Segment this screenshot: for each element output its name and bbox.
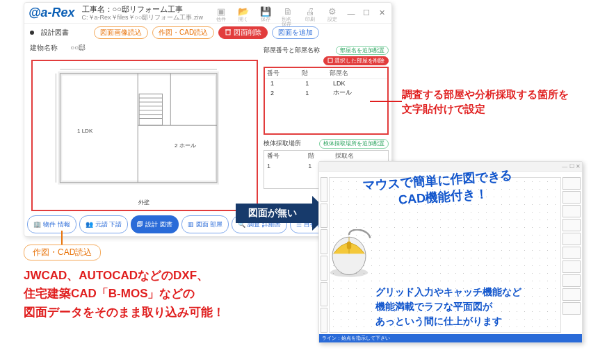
sample-section-header: 検体採取場所 検体採取場所を追加配置 [264, 139, 389, 148]
cad-read-button[interactable]: 作図・CAD読込 [152, 26, 214, 39]
room-delete-selected-button[interactable]: 選択した部屋を削除 [323, 56, 389, 65]
action-toolbar: 設計図書 図面画像読込 作図・CAD読込 図面削除 図面を追加 [24, 24, 391, 42]
open-icon: 📂 [238, 7, 249, 16]
mouse-icon [320, 229, 378, 279]
svg-rect-7 [139, 94, 162, 125]
sample-section-label: 検体採取場所 [264, 139, 301, 148]
cad-subtext: グリッド入力やキャッチ機能など 機能満載でラフな平面図が あっという間に仕上がり… [375, 285, 584, 329]
sample-th-name: 採取名 [332, 151, 388, 161]
title-block: 工事名：○○邸リフォーム工事 C:￥a-Rex￥files￥○○邸リフォーム工事… [82, 5, 208, 21]
maximize-button[interactable]: ☐ [361, 8, 372, 17]
room-label-ldk: 1 LDK [77, 128, 92, 134]
plan-icon: ▥ [188, 221, 194, 228]
doc-icon: 🗐 [137, 221, 143, 228]
building-name-label: 建物名称 [30, 43, 58, 53]
table-row[interactable]: 2 1 ホール [265, 88, 387, 98]
save-as-icon: 🗎 [284, 7, 293, 16]
import-anno-l2: 住宅建築CAD「B-MOS」などの [24, 285, 274, 303]
project-title: 工事名：○○邸リフォーム工事 [82, 5, 208, 14]
titlebar: @a-Rex 工事名：○○邸リフォーム工事 C:￥a-Rex￥files￥○○邸… [24, 3, 391, 24]
add-figure-button[interactable]: 図面を追加 [272, 26, 319, 39]
tab-property-info[interactable]: 🏢物件 情報 [27, 215, 76, 233]
room-annotation: 調査する部屋や分析採取する箇所を文字貼付けで設定 [402, 87, 576, 116]
tab-zumen-room[interactable]: ▥図面 部屋 [181, 215, 229, 233]
cad-sub-l3: あっという間に仕上がります [375, 314, 584, 329]
room-delete-header: 選択した部屋を削除 [264, 56, 389, 65]
print-icon: 🖨 [306, 7, 315, 16]
settings-button[interactable]: ⚙ 設定 [326, 7, 339, 19]
import-image-button[interactable]: 図面画像読込 [94, 26, 148, 39]
close-button[interactable]: ✕ [376, 8, 387, 17]
save-icon: 💾 [260, 7, 271, 16]
no-drawing-arrow: 図面が無い [236, 196, 330, 231]
title-icon-group: ▣ 他件 📂 開く 💾 保存 🗎 別名保存 🖨 印刷 ⚙ 設定 [215, 7, 339, 19]
svg-rect-0 [226, 30, 230, 35]
app-logo: @a-Rex [29, 6, 75, 20]
import-anno-l1: JWCAD、AUTOCADなどのDXF、 [24, 267, 274, 285]
gear-icon: ⚙ [328, 7, 337, 16]
table-row[interactable]: 1 1 LDK [265, 79, 387, 88]
cad-status-text: ライン：始点を指示して下さい [322, 335, 390, 342]
sample-add-button[interactable]: 検体採取場所を追加配置 [319, 139, 389, 148]
trash-icon [225, 28, 232, 35]
room-add-button[interactable]: 部屋名を追加配置 [336, 46, 389, 55]
section-label: 設計図書 [41, 28, 69, 38]
tab-contractor[interactable]: 👥元請 下請 [79, 215, 129, 233]
cad-sub-l1: グリッド入力やキャッチ機能など [375, 285, 584, 299]
room-section-header: 部屋番号と部屋名称 部屋名を追加配置 [264, 46, 389, 55]
project-path: C:￥a-Rex￥files￥○○邸リフォーム工事.ziw [82, 14, 208, 21]
import-anno-l3: 図面データをそのまま取り込み可能！ [24, 304, 274, 322]
minimize-button[interactable]: — [346, 9, 357, 17]
sample-th-floor: 階 [305, 151, 332, 161]
window-controls: — ☐ ✕ [346, 8, 387, 17]
floorplan-canvas[interactable]: 1 LDK 2 ホール 外壁 [35, 64, 254, 207]
room-th-no: 番号 [265, 68, 300, 79]
room-section-label: 部屋番号と部屋名称 [264, 46, 320, 55]
room-th-room: 部屋名 [327, 68, 387, 79]
building-name-value: ○○邸 [70, 43, 86, 53]
section-bullet-icon [30, 31, 34, 35]
save-button[interactable]: 💾 保存 [259, 7, 272, 19]
floorplan-frame: 1 LDK 2 ホール 外壁 [31, 60, 258, 211]
other-matters-button[interactable]: ▣ 他件 [215, 7, 227, 19]
room-th-floor: 階 [300, 68, 327, 79]
callout-connector [61, 231, 63, 245]
room-label-hall: 2 ホール [175, 142, 196, 149]
sample-th-no: 番号 [264, 151, 305, 161]
arrow-label: 図面が無い [236, 204, 312, 223]
save-as-button[interactable]: 🗎 別名保存 [282, 7, 294, 19]
tab-design-docs[interactable]: 🗐設計 図書 [131, 215, 179, 233]
trash-icon [327, 58, 333, 63]
import-annotation: JWCAD、AUTOCADなどのDXF、 住宅建築CAD「B-MOS」などの 図… [24, 267, 274, 322]
delete-figure-button[interactable]: 図面削除 [218, 26, 268, 39]
people-icon: 👥 [86, 221, 93, 228]
folder-icon: ▣ [217, 7, 225, 16]
floorplan-caption: 外壁 [138, 199, 149, 206]
floorplan-svg [35, 64, 254, 207]
open-button[interactable]: 📂 開く [237, 7, 250, 19]
cad-status-bar: ライン：始点を指示して下さい [319, 334, 582, 342]
print-button[interactable]: 🖨 印刷 [304, 7, 316, 19]
svg-rect-20 [347, 242, 351, 249]
svg-rect-16 [328, 58, 332, 63]
room-anno-line [370, 101, 402, 102]
cad-read-callout: 作図・CAD読込 [24, 245, 101, 260]
building-icon: 🏢 [33, 221, 41, 228]
cad-sub-l2: 機能満載でラフな平面図が [375, 299, 584, 314]
